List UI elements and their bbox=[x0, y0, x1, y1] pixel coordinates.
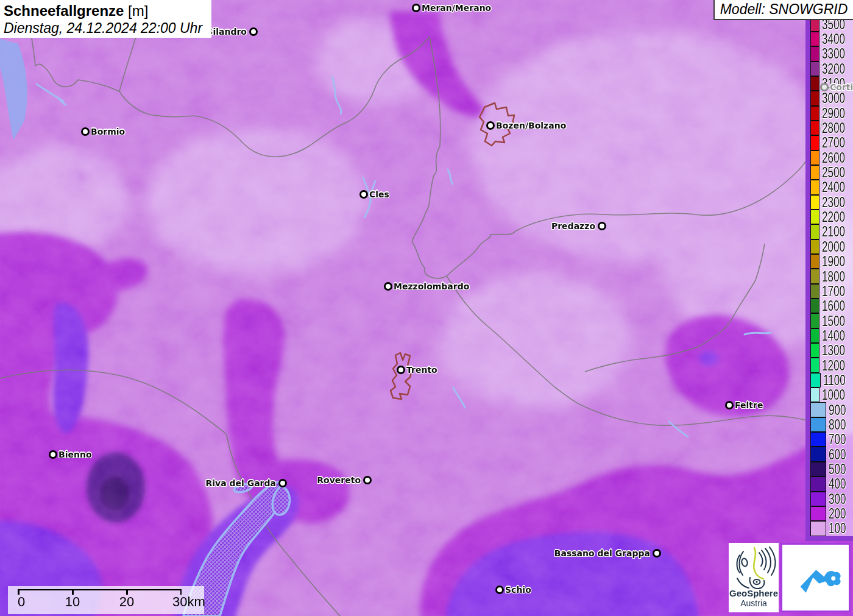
legend-swatch bbox=[810, 447, 826, 461]
legend-swatch bbox=[810, 358, 819, 372]
legend-entry: 3200 bbox=[810, 62, 853, 76]
legend-swatch bbox=[810, 239, 819, 254]
legend-swatch bbox=[810, 165, 819, 180]
legend-value: 700 bbox=[829, 431, 846, 448]
legend-value: 3000 bbox=[822, 90, 845, 107]
legend-swatch bbox=[810, 135, 819, 150]
scale-label: 10 bbox=[65, 594, 80, 610]
legend-swatch bbox=[810, 402, 826, 417]
legend-swatch bbox=[810, 388, 819, 402]
legend-value: 1800 bbox=[822, 269, 845, 285]
geosphere-wordmark: GeoSphere bbox=[729, 588, 778, 598]
legend-entry: 100 bbox=[810, 522, 853, 536]
legend-swatch bbox=[810, 150, 819, 165]
legend-swatch bbox=[810, 299, 819, 313]
legend-swatch bbox=[810, 224, 819, 239]
legend-value: 1700 bbox=[822, 283, 845, 300]
legend-swatch bbox=[810, 210, 819, 224]
scale-label: 20 bbox=[119, 594, 134, 610]
legend-entry: 2700 bbox=[810, 136, 853, 150]
legend-entry: 1900 bbox=[810, 255, 853, 269]
legend-swatch bbox=[810, 91, 819, 105]
legend-entry: 2000 bbox=[810, 239, 853, 254]
legend-value: 2100 bbox=[822, 224, 845, 240]
legend-entry: 1800 bbox=[810, 269, 853, 284]
legend-entry: 2600 bbox=[810, 150, 853, 165]
legend-entry: 2400 bbox=[810, 180, 853, 195]
legend-value: 800 bbox=[829, 417, 846, 433]
legend-value: 1000 bbox=[822, 387, 845, 403]
title-box: Schneefallgrenze [m] Dienstag, 24.12.202… bbox=[0, 0, 211, 38]
scale-label: 0 bbox=[18, 594, 25, 610]
legend-swatch bbox=[810, 462, 826, 476]
legend-entry: 1500 bbox=[810, 314, 853, 328]
legend-value: 300 bbox=[829, 491, 846, 508]
legend-swatch bbox=[810, 254, 819, 269]
legend-colorbar-rows: 3500340033003200310030002900280027002600… bbox=[810, 17, 853, 536]
legend-value: 2700 bbox=[822, 135, 845, 151]
legend-swatch bbox=[810, 521, 826, 536]
page-title: Schneefallgrenze [m] bbox=[4, 2, 207, 19]
legend-entry: 600 bbox=[810, 447, 853, 462]
legend-entry: 2200 bbox=[810, 210, 853, 224]
legend-entry: 500 bbox=[810, 462, 853, 476]
scale-label: 30km bbox=[172, 594, 205, 610]
legend-swatch bbox=[810, 373, 821, 388]
legend-value: 2300 bbox=[822, 194, 845, 211]
legend-swatch bbox=[810, 343, 819, 358]
legend-value: 600 bbox=[829, 447, 846, 463]
legend-swatch bbox=[810, 313, 819, 328]
legend-value: 1400 bbox=[822, 328, 845, 344]
legend-entry: 2800 bbox=[810, 121, 853, 135]
legend-swatch bbox=[810, 76, 819, 91]
legend-swatch bbox=[810, 269, 819, 283]
legend-value: 900 bbox=[829, 402, 846, 419]
legend-entry: 900 bbox=[810, 403, 853, 417]
legend-entry: 3000 bbox=[810, 91, 853, 106]
legend-value: 1200 bbox=[822, 358, 845, 374]
legend-swatch bbox=[810, 476, 826, 491]
legend-swatch bbox=[810, 506, 826, 521]
legend-value: 3400 bbox=[822, 31, 845, 48]
hillshade-texture bbox=[0, 0, 853, 616]
legend-value: 1900 bbox=[822, 253, 845, 270]
legend-swatch bbox=[810, 492, 826, 506]
legend-entry: 3300 bbox=[810, 47, 853, 62]
legend-entry: 2100 bbox=[810, 225, 853, 239]
map-canvas bbox=[0, 0, 853, 616]
legend-entry: 1700 bbox=[810, 284, 853, 299]
legend-entry: 300 bbox=[810, 492, 853, 506]
legend-value: 3200 bbox=[822, 61, 845, 77]
legend-swatch bbox=[810, 46, 819, 61]
legend-entry: 200 bbox=[810, 506, 853, 521]
legend-value: 2800 bbox=[822, 120, 845, 136]
legend-swatch bbox=[810, 432, 826, 447]
legend-entry: 1600 bbox=[810, 299, 853, 314]
scale-bar: 0 10 20 30km bbox=[8, 586, 204, 614]
title-unit: [m] bbox=[128, 2, 148, 19]
model-box: Modell: SNOWGRID bbox=[713, 0, 853, 20]
geosphere-austria-logo: GeoSphere Austria bbox=[729, 543, 779, 612]
legend-entry: 1300 bbox=[810, 344, 853, 358]
legend-value: 2400 bbox=[822, 179, 845, 196]
legend-entry: 1200 bbox=[810, 358, 853, 373]
title-datetime: Dienstag, 24.12.2024 22:00 Uhr bbox=[4, 19, 207, 37]
legend-value: 200 bbox=[829, 506, 846, 522]
legend-value: 1300 bbox=[822, 342, 845, 359]
legend-value: 1100 bbox=[823, 372, 846, 389]
legend-value: 1600 bbox=[822, 298, 845, 314]
legend-swatch bbox=[810, 121, 819, 135]
legend-swatch bbox=[810, 180, 819, 194]
legend-swatch bbox=[810, 32, 819, 46]
legend-value: 400 bbox=[829, 476, 846, 492]
legend-entry: 3100 bbox=[810, 76, 853, 91]
partner-logo-box bbox=[780, 543, 851, 612]
legend-entry: 2300 bbox=[810, 195, 853, 210]
legend-value: 2000 bbox=[822, 239, 845, 255]
legend-value: 100 bbox=[829, 520, 846, 537]
legend-entry: 400 bbox=[810, 477, 853, 492]
legend-value: 500 bbox=[829, 461, 846, 478]
title-text: Schneefallgrenze bbox=[4, 2, 124, 19]
legend-entry: 2500 bbox=[810, 165, 853, 180]
legend-swatch bbox=[810, 195, 819, 210]
